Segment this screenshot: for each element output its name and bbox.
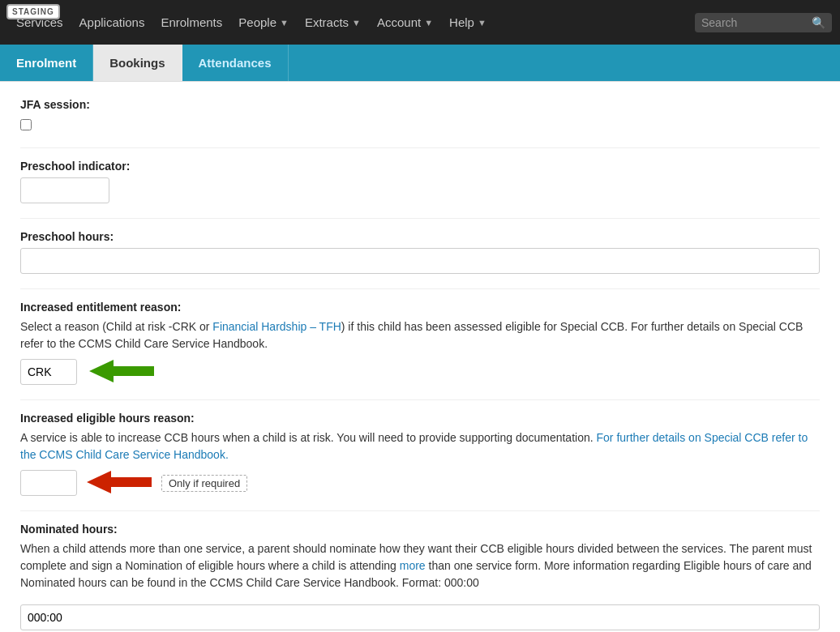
jfa-session-label: JFA session: bbox=[20, 98, 820, 111]
nav-help[interactable]: Help ▼ bbox=[449, 15, 486, 29]
top-navigation: STAGING Services Applications Enrolments… bbox=[0, 0, 840, 45]
preschool-indicator-input[interactable] bbox=[20, 177, 109, 203]
search-input[interactable] bbox=[701, 16, 807, 29]
preschool-hours-label: Preschool hours: bbox=[20, 230, 820, 243]
increased-eligible-section: Increased eligible hours reason: A servi… bbox=[20, 412, 820, 496]
account-dropdown-arrow: ▼ bbox=[424, 18, 433, 28]
help-dropdown-arrow: ▼ bbox=[478, 18, 486, 28]
extracts-dropdown-arrow: ▼ bbox=[352, 18, 361, 28]
nominated-hours-input[interactable] bbox=[20, 604, 820, 630]
preschool-hours-input[interactable] bbox=[20, 248, 820, 274]
increased-eligible-label: Increased eligible hours reason: bbox=[20, 412, 820, 425]
more-link[interactable]: more bbox=[400, 559, 426, 572]
green-arrow-icon bbox=[89, 360, 154, 385]
only-if-required-label: Only if required bbox=[161, 475, 247, 492]
tab-attendances[interactable]: Attendances bbox=[182, 45, 289, 81]
jfa-session-checkbox[interactable] bbox=[20, 119, 32, 130]
divider-4 bbox=[20, 399, 820, 400]
tab-bookings[interactable]: Bookings bbox=[93, 45, 182, 81]
nav-people[interactable]: People ▼ bbox=[238, 15, 289, 29]
preschool-indicator-section: Preschool indicator: bbox=[20, 160, 820, 203]
nominated-hours-desc: When a child attends more than one servi… bbox=[20, 540, 820, 591]
increased-entitlement-desc: Select a reason (Child at risk -CRK or F… bbox=[20, 318, 820, 352]
crk-row bbox=[20, 359, 820, 385]
people-dropdown-arrow: ▼ bbox=[280, 18, 289, 28]
nominated-hours-label: Nominated hours: bbox=[20, 523, 820, 536]
increased-eligible-desc: A service is able to increase CCB hours … bbox=[20, 429, 820, 463]
preschool-hours-section: Preschool hours: bbox=[20, 230, 820, 274]
nominated-hours-section: Nominated hours: When a child attends mo… bbox=[20, 523, 820, 630]
search-icon: 🔍 bbox=[812, 16, 825, 29]
crk-input[interactable] bbox=[20, 359, 77, 385]
search-box: 🔍 bbox=[695, 13, 832, 32]
red-arrow-icon bbox=[87, 471, 152, 496]
svg-marker-1 bbox=[87, 471, 152, 493]
divider-5 bbox=[20, 510, 820, 511]
staging-badge: STAGING bbox=[6, 4, 60, 19]
nav-enrolments[interactable]: Enrolments bbox=[161, 15, 222, 29]
jfa-session-section: JFA session: bbox=[20, 98, 820, 133]
special-ccb-link[interactable]: For further details on Special CCB refer… bbox=[20, 431, 808, 461]
eligible-hours-input[interactable] bbox=[20, 470, 77, 496]
divider-2 bbox=[20, 218, 820, 219]
preschool-indicator-label: Preschool indicator: bbox=[20, 160, 820, 173]
increased-entitlement-section: Increased entitlement reason: Select a r… bbox=[20, 301, 820, 385]
financial-hardship-link[interactable]: Financial Hardship – TFH bbox=[212, 320, 341, 333]
nav-extracts[interactable]: Extracts ▼ bbox=[305, 15, 361, 29]
divider-1 bbox=[20, 147, 820, 148]
nav-applications[interactable]: Applications bbox=[79, 15, 145, 29]
divider-3 bbox=[20, 288, 820, 289]
increased-entitlement-label: Increased entitlement reason: bbox=[20, 301, 820, 314]
main-content: JFA session: Preschool indicator: Presch… bbox=[0, 81, 840, 632]
tab-bar: Enrolment Bookings Attendances bbox=[0, 45, 840, 81]
svg-marker-0 bbox=[89, 360, 154, 382]
eligible-hours-row: Only if required bbox=[20, 470, 820, 496]
nav-account[interactable]: Account ▼ bbox=[377, 15, 433, 29]
tab-enrolment[interactable]: Enrolment bbox=[0, 45, 93, 81]
